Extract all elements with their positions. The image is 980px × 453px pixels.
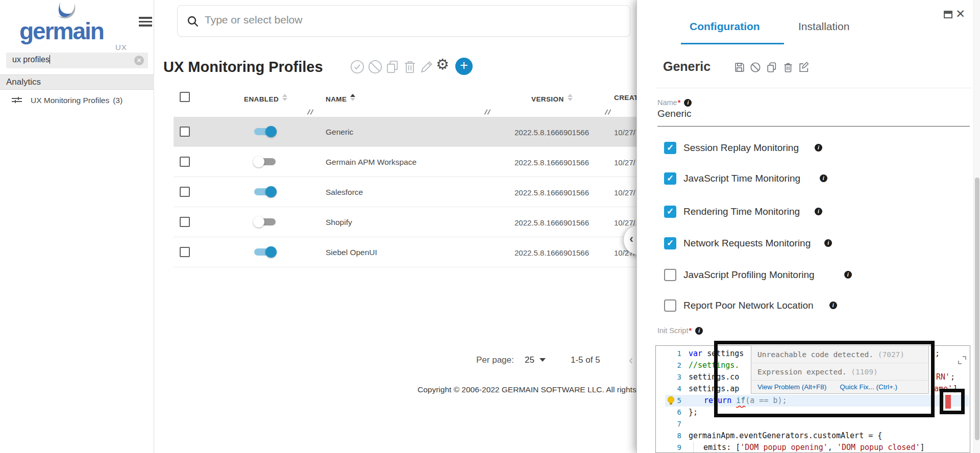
sidebar-section-analytics: Analytics xyxy=(0,74,154,90)
error-marker xyxy=(945,395,951,409)
info-icon[interactable]: i xyxy=(684,99,692,107)
line-number: 8 xyxy=(656,430,685,442)
checkbox[interactable]: ✓ xyxy=(664,237,676,249)
per-page-select[interactable]: 25 xyxy=(525,355,546,365)
tooltip-action-link[interactable]: Quick Fix... (Ctrl+.) xyxy=(840,383,897,391)
column-resize-grip[interactable] xyxy=(307,109,314,115)
section-label: Analytics xyxy=(6,77,41,87)
profile-version: 2022.5.8.1666901566 xyxy=(514,218,589,227)
code-line: emits: ['DOM popup opening', 'DOM popup … xyxy=(689,442,970,453)
clear-search-icon[interactable]: ✕ xyxy=(134,56,144,65)
approve-icon[interactable] xyxy=(350,60,364,74)
required-asterisk: * xyxy=(678,98,681,107)
enabled-toggle[interactable] xyxy=(254,156,276,167)
panel-scrollbar[interactable] xyxy=(973,0,980,453)
checkbox[interactable]: ✓ xyxy=(664,206,676,218)
code-token-string: 'DOM popup closed' xyxy=(837,443,920,452)
column-resize-grip[interactable] xyxy=(604,109,611,115)
profile-name: Salesforce xyxy=(326,188,363,197)
enabled-toggle[interactable] xyxy=(254,186,276,197)
tooltip-error-code: (7027) xyxy=(878,350,904,359)
info-icon[interactable]: i xyxy=(829,301,837,309)
expand-editor-icon[interactable] xyxy=(958,356,966,364)
copy-icon[interactable] xyxy=(385,60,400,74)
row-checkbox[interactable] xyxy=(180,217,190,227)
sidebar-item-ux-monitoring-profiles[interactable]: UX Monitoring Profiles(3) xyxy=(0,91,154,110)
row-checkbox[interactable] xyxy=(180,157,190,167)
option-label: Network Requests Monitoring xyxy=(683,238,811,249)
profile-created: 10/27/ xyxy=(614,128,635,137)
info-icon[interactable]: i xyxy=(815,208,822,215)
edit-icon[interactable] xyxy=(798,62,810,73)
column-resize-grip[interactable] xyxy=(484,109,491,115)
enabled-toggle[interactable] xyxy=(254,126,276,137)
divider xyxy=(655,88,972,88)
checkbox[interactable] xyxy=(664,299,676,312)
column-header-enabled[interactable]: ENABLED xyxy=(244,94,287,103)
profile-name: Shopify xyxy=(326,218,352,227)
delete-icon[interactable] xyxy=(403,60,417,74)
line-number: 9 xyxy=(656,442,685,453)
previous-page-button[interactable]: ‹ xyxy=(629,353,633,367)
column-header-version[interactable]: VERSION xyxy=(531,94,573,103)
checkbox[interactable]: ✓ xyxy=(664,142,676,154)
tab-configuration[interactable]: Configuration xyxy=(690,20,760,33)
select-all-checkbox[interactable] xyxy=(180,92,190,102)
tooltip-action-link[interactable]: View Problem (Alt+F8) xyxy=(757,383,826,391)
scrollbar-thumb[interactable] xyxy=(975,178,979,440)
pagination-range: 1-5 of 5 xyxy=(571,355,600,365)
column-header-name[interactable]: NAME xyxy=(326,94,355,103)
row-checkbox[interactable] xyxy=(180,247,190,257)
copyright-text: Copyright © 2006-2022 GERMAIN SOFTWARE L… xyxy=(418,385,654,394)
disable-icon[interactable] xyxy=(750,62,761,73)
global-search-input[interactable]: Type or select below xyxy=(177,5,630,37)
enabled-toggle[interactable] xyxy=(254,246,276,258)
tab-installation[interactable]: Installation xyxy=(798,20,849,33)
monitoring-option-row: ✓Network Requests Monitoringi xyxy=(664,237,950,251)
maximize-window-icon[interactable] xyxy=(944,11,952,18)
toggle-knob xyxy=(265,186,277,197)
sidebar-search-input[interactable]: ux profiles ✕ xyxy=(6,53,148,68)
row-checkbox[interactable] xyxy=(180,187,190,197)
name-field-value[interactable]: Generic xyxy=(657,108,692,119)
settings-gear-icon[interactable]: ⚙ xyxy=(436,56,449,73)
hamburger-menu-icon[interactable] xyxy=(139,17,152,27)
monitoring-option-row: ✓Session Replay Monitoringi xyxy=(664,142,950,156)
line-number: 2 xyxy=(656,360,685,371)
copy-icon[interactable] xyxy=(766,62,777,73)
code-token-string: RN' xyxy=(936,371,950,383)
profile-created: 10/27/ xyxy=(614,218,635,227)
disable-icon[interactable] xyxy=(368,60,382,74)
add-profile-button[interactable]: + xyxy=(455,58,473,75)
tooltip-error-code: (1109) xyxy=(851,368,877,376)
code-token-kw: return xyxy=(704,396,736,405)
info-icon[interactable]: i xyxy=(824,239,832,247)
info-icon[interactable]: i xyxy=(844,271,852,279)
info-icon[interactable]: i xyxy=(815,144,822,152)
chevron-down-icon xyxy=(540,358,546,362)
profile-created: 10/27/ xyxy=(614,158,635,167)
code-token-plain: ; xyxy=(950,371,955,383)
lightbulb-icon[interactable] xyxy=(668,396,674,403)
row-checkbox[interactable] xyxy=(180,127,190,137)
checkbox[interactable] xyxy=(664,269,676,281)
checkbox[interactable]: ✓ xyxy=(664,172,676,185)
code-token-plain: ] xyxy=(953,383,958,395)
sidebar-item-label: UX Monitoring Profiles(3) xyxy=(31,96,122,105)
code-token-plain: settings.co xyxy=(689,372,739,382)
edit-icon[interactable] xyxy=(420,60,434,74)
option-label: JavaScript Time Monitoring xyxy=(683,173,800,184)
delete-icon[interactable] xyxy=(782,62,794,73)
info-icon[interactable]: i xyxy=(820,174,827,182)
name-field-label: Name*i xyxy=(657,98,692,107)
profile-name: Germain APM Workspace xyxy=(326,158,416,167)
close-icon[interactable]: ✕ xyxy=(955,7,965,21)
profile-name: Siebel OpenUI xyxy=(326,248,377,257)
toggle-knob xyxy=(265,126,277,137)
column-header-created[interactable]: CREAT xyxy=(614,94,639,102)
info-icon[interactable]: i xyxy=(695,327,703,335)
profile-name: Generic xyxy=(326,128,353,137)
enabled-toggle[interactable] xyxy=(254,216,276,228)
search-icon xyxy=(187,15,199,28)
save-icon[interactable] xyxy=(734,62,745,73)
